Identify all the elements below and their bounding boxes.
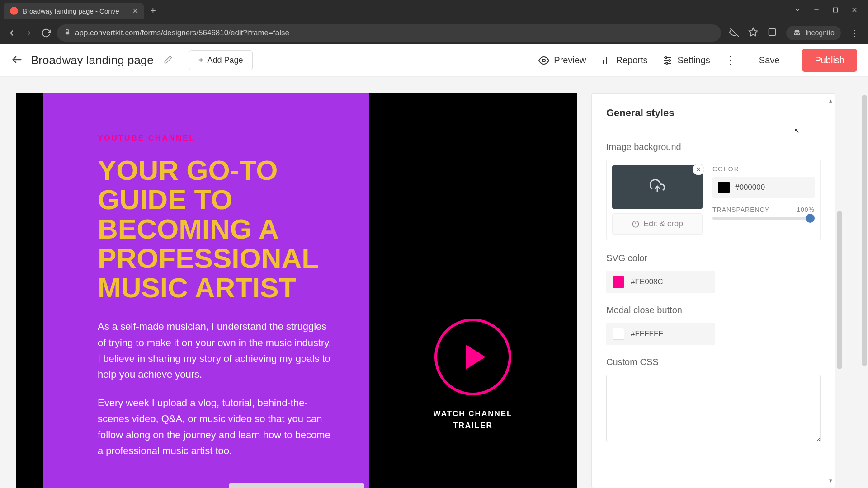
- incognito-icon: [793, 28, 802, 38]
- add-page-button[interactable]: + Add Page: [189, 50, 253, 70]
- style-sidebar: ▴ ↖ General styles Image background × Ed…: [591, 93, 835, 488]
- extensions-icon[interactable]: [767, 27, 777, 39]
- app-header: Broadway landing page + Add Page Preview…: [0, 44, 868, 77]
- bg-color-input[interactable]: #000000: [712, 177, 815, 198]
- image-upload-dropzone[interactable]: ×: [612, 165, 703, 209]
- canvas[interactable]: YOUTUBE CHANNEL YOUR GO-TO GUIDE TO BECO…: [16, 93, 577, 488]
- preview-label: Preview: [554, 55, 586, 66]
- tab-dropdown-icon[interactable]: [794, 6, 801, 15]
- upload-cloud-icon: [650, 178, 665, 196]
- tab-bar: Broadway landing page - Conve × +: [0, 0, 868, 22]
- modal-close-color-input[interactable]: #FFFFFF: [606, 323, 715, 345]
- more-menu-button[interactable]: ⋮: [725, 53, 736, 67]
- scroll-up-icon[interactable]: ▴: [829, 97, 832, 104]
- svg-color-label: SVG color: [606, 253, 821, 263]
- sidebar-scrollbar[interactable]: [837, 211, 842, 369]
- bg-color-hex: #000000: [735, 183, 809, 192]
- settings-button[interactable]: Settings: [662, 55, 710, 66]
- hero-right-panel[interactable]: WATCH CHANNEL TRAILER: [369, 93, 577, 488]
- sliders-icon: [662, 55, 673, 66]
- svg-point-8: [797, 33, 800, 35]
- hero-paragraph-2[interactable]: Every week I upload a vlog, tutorial, be…: [98, 395, 333, 459]
- edit-name-icon[interactable]: [164, 55, 173, 66]
- svg-point-17: [665, 57, 667, 59]
- more-icon[interactable]: ⋮: [850, 28, 859, 38]
- back-arrow-button[interactable]: [11, 53, 24, 68]
- modal-close-hex: #FFFFFF: [631, 329, 708, 338]
- tab-favicon: [10, 7, 18, 15]
- browser-chrome: Broadway landing page - Conve × + app.co…: [0, 0, 868, 44]
- window-controls: [794, 6, 864, 15]
- transparency-label: TRANSPARENCY: [712, 206, 769, 213]
- modal-close-label: Modal close button: [606, 305, 821, 315]
- minimize-icon[interactable]: [813, 6, 820, 15]
- svg-point-7: [794, 33, 797, 35]
- transparency-value: 100%: [797, 206, 815, 213]
- svg-marker-5: [749, 28, 757, 36]
- crop-icon: [632, 220, 640, 228]
- eyebrow-text[interactable]: YOUTUBE CHANNEL: [98, 134, 342, 143]
- cursor-icon: ↖: [794, 127, 800, 134]
- hero-title[interactable]: YOUR GO-TO GUIDE TO BECOMING A PROFESSIO…: [98, 155, 342, 302]
- svg-color-input[interactable]: #FE008C: [606, 271, 715, 293]
- image-background-group: × Edit & crop COLOR #000000 TRANSPARENCY: [606, 160, 821, 240]
- url-text: app.convertkit.com/forms/designers/56468…: [75, 28, 289, 38]
- svg-point-10: [542, 59, 545, 62]
- slider-thumb[interactable]: [806, 214, 815, 223]
- save-button[interactable]: Save: [751, 51, 788, 70]
- canvas-resize-handle[interactable]: [229, 483, 364, 488]
- plus-icon: +: [198, 55, 204, 66]
- color-mini-label: COLOR: [712, 165, 815, 173]
- sidebar-title: General styles: [606, 107, 821, 119]
- svg-color-swatch: [613, 276, 624, 288]
- scroll-down-icon[interactable]: ▾: [829, 477, 832, 484]
- page-scrollbar[interactable]: [862, 95, 867, 366]
- play-cta[interactable]: WATCH CHANNEL TRAILER: [421, 319, 525, 431]
- eye-off-icon[interactable]: [729, 27, 739, 39]
- settings-label: Settings: [678, 55, 710, 66]
- hero-left-panel[interactable]: YOUTUBE CHANNEL YOUR GO-TO GUIDE TO BECO…: [43, 93, 369, 488]
- svg-rect-1: [833, 8, 837, 12]
- browser-tab[interactable]: Broadway landing page - Conve ×: [4, 3, 144, 19]
- canvas-left-edge: [16, 93, 43, 488]
- image-background-label: Image background: [606, 142, 821, 152]
- publish-button[interactable]: Publish: [802, 49, 857, 72]
- back-icon[interactable]: [5, 27, 18, 39]
- page-title: Broadway landing page: [31, 53, 154, 67]
- svg-rect-6: [769, 29, 776, 36]
- svg-point-18: [669, 60, 670, 61]
- bg-color-swatch: [718, 182, 730, 193]
- main-area: YOUTUBE CHANNEL YOUR GO-TO GUIDE TO BECO…: [0, 77, 868, 488]
- custom-css-textarea[interactable]: [606, 375, 821, 442]
- window-close-icon[interactable]: [851, 6, 858, 15]
- url-bar: app.convertkit.com/forms/designers/56468…: [0, 22, 868, 44]
- reports-button[interactable]: Reports: [601, 55, 648, 66]
- url-input[interactable]: app.convertkit.com/forms/designers/56468…: [57, 24, 721, 42]
- reload-icon[interactable]: [40, 27, 52, 39]
- svg-point-19: [666, 62, 668, 64]
- edit-crop-button[interactable]: Edit & crop: [612, 213, 703, 235]
- play-icon: [466, 344, 486, 370]
- reports-icon: [601, 55, 612, 66]
- remove-image-icon[interactable]: ×: [693, 164, 704, 175]
- play-button[interactable]: [434, 319, 511, 395]
- svg-color-hex: #FE008C: [631, 277, 708, 286]
- incognito-label: Incognito: [805, 29, 835, 37]
- tab-title: Broadway landing page - Conve: [23, 7, 128, 15]
- modal-close-swatch: [613, 328, 624, 340]
- hero-paragraph-1[interactable]: As a self-made musician, I understand th…: [98, 319, 333, 382]
- watch-trailer-label: WATCH CHANNEL TRAILER: [421, 408, 525, 431]
- star-icon[interactable]: [748, 27, 758, 39]
- incognito-badge[interactable]: Incognito: [786, 26, 841, 40]
- preview-button[interactable]: Preview: [538, 55, 586, 66]
- custom-css-label: Custom CSS: [606, 357, 821, 367]
- eye-icon: [538, 55, 549, 66]
- maximize-icon[interactable]: [832, 6, 839, 15]
- transparency-slider[interactable]: [712, 217, 815, 220]
- forward-icon[interactable]: [23, 27, 35, 39]
- reports-label: Reports: [616, 55, 648, 66]
- lock-icon: [64, 28, 71, 38]
- edit-crop-label: Edit & crop: [643, 219, 683, 229]
- new-tab-button[interactable]: +: [150, 5, 156, 17]
- close-icon[interactable]: ×: [132, 6, 137, 16]
